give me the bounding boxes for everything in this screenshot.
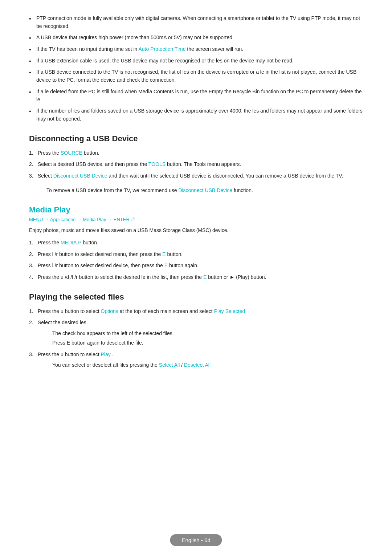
e-button-link-3[interactable]: E (203, 274, 207, 280)
playing-selected-title: Playing the selected files (29, 292, 363, 302)
step-num-3: 3. (29, 172, 33, 180)
menu-path-arrow1: → (77, 217, 83, 222)
play-step-2: 2. Select the desired les. The check box… (29, 319, 363, 347)
step1-pre: Press the (38, 150, 59, 156)
media-step-4: 4. Press the u /d /l /r button to select… (29, 273, 363, 281)
disconnect-note: To remove a USB device from the TV, we r… (29, 187, 363, 195)
play-step-3: 3. Press the u button to select Play . Y… (29, 351, 363, 369)
bullet-text-4: If a USB extension cable is used, the US… (36, 58, 294, 64)
bullet-text-3-post: the screen saver will run. (187, 46, 243, 52)
select-all-link[interactable]: Select All (159, 362, 180, 368)
media-step1-post: button. (83, 240, 98, 245)
media-p-link[interactable]: MEDIA.P (61, 240, 81, 245)
play-step2-text: Select the desired les. (38, 320, 88, 325)
disconnecting-usb-steps: 1. Press the SOURCE button. 2. Select a … (29, 149, 363, 180)
bullet-item-2: A USB device that requires high power (m… (29, 34, 363, 42)
bullet-text-5: If a USB device connected to the TV is n… (36, 69, 356, 83)
media-step-num-1: 1. (29, 239, 33, 247)
bullet-item-5: If a USB device connected to the TV is n… (29, 68, 363, 84)
bullet-text-1: PTP connection mode is fully available o… (36, 15, 360, 29)
note-pre: To remove a USB device from the TV, we r… (46, 187, 177, 193)
playing-selected-steps: 1. Press the u button to select Options … (29, 308, 363, 369)
source-button-link[interactable]: SOURCE (61, 150, 82, 156)
disconnect-step-2: 2. Select a desired USB device, and then… (29, 160, 363, 168)
bullet-item-6: If a le deleted from the PC is still fou… (29, 88, 363, 103)
applications-link[interactable]: Applications (50, 217, 75, 222)
media-play-steps: 1. Press the MEDIA.P button. 2. Press l … (29, 239, 363, 281)
media-step4-pre: Press the u /d /l /r button to select th… (38, 274, 202, 280)
play-link[interactable]: Play (101, 351, 111, 357)
bullet-text-6: If a le deleted from the PC is still fou… (36, 89, 362, 102)
media-play-title: Media Play (29, 205, 363, 215)
bullet-item-1: PTP connection mode is fully available o… (29, 15, 363, 30)
menu-path-arrow2: → (107, 217, 114, 222)
play-step-num-2: 2. (29, 319, 33, 327)
bullet-text-2: A USB device that requires high power (m… (36, 34, 234, 40)
step-num-1: 1. (29, 149, 33, 157)
media-play-intro: Enjoy photos, music and movie files save… (29, 227, 363, 235)
play-step-1: 1. Press the u button to select Options … (29, 308, 363, 316)
media-play-menu-path: MENU → Applications → Media Play → ENTER… (29, 217, 363, 222)
media-step2-post: button. (167, 251, 183, 257)
disconnect-step-1: 1. Press the SOURCE button. (29, 149, 363, 157)
bullet-text-3-pre: If the TV has been no input during time … (36, 46, 137, 52)
footer-label: English - 64 (181, 537, 210, 543)
play-step3-note-content: You can select or deselect all files pre… (38, 361, 363, 369)
step2-pre: Select a desired USB device, and then pr… (38, 161, 147, 167)
bullet-item-7: If the number of les and folders saved o… (29, 107, 363, 123)
step2-post: button. The Tools menu appears. (167, 161, 241, 167)
media-step4-post: button or ► (Play) button. (208, 274, 266, 280)
play-selected-link[interactable]: Play Selected (214, 308, 245, 314)
media-step-num-2: 2. (29, 251, 33, 259)
tools-button-link[interactable]: TOOLS (148, 161, 166, 167)
note-post: function. (234, 187, 253, 193)
deselect-all-link[interactable]: Deselect All (184, 362, 211, 368)
bullet-text-7: If the number of les and folders saved o… (36, 108, 363, 122)
play-step3-post: . (112, 351, 114, 357)
step3-pre: Select (38, 173, 52, 179)
media-step3-post: button again. (169, 263, 199, 268)
menu-path-text: MENU → (29, 217, 50, 222)
disconnecting-usb-title: Disconnecting a USB Device (29, 134, 363, 143)
media-step-1: 1. Press the MEDIA.P button. (29, 239, 363, 247)
note-sep: / (181, 362, 184, 368)
bullet-item-4: If a USB extension cable is used, the US… (29, 57, 363, 65)
media-step-num-4: 4. (29, 273, 33, 281)
note-pre-text: You can select or deselect all files pre… (52, 362, 158, 368)
media-play-link[interactable]: Media Play (83, 217, 106, 222)
step-num-2: 2. (29, 160, 33, 168)
step1-post: button. (84, 150, 99, 156)
play-step1-pre: Press the u button to select (38, 308, 101, 314)
media-step1-pre: Press the (38, 240, 59, 245)
play-step-num-3: 3. (29, 351, 33, 359)
top-bullet-list: PTP connection mode is fully available o… (29, 15, 363, 123)
step3-post: and then wait until the selected USB dev… (109, 173, 343, 179)
e-button-link-2[interactable]: E (164, 263, 168, 268)
options-link[interactable]: Options (101, 308, 118, 314)
enter-text: ENTER (114, 217, 130, 222)
play-step3-note: You can select or deselect all files pre… (38, 361, 363, 369)
play-step-num-1: 1. (29, 308, 33, 316)
media-step-2: 2. Press l /r button to select desired m… (29, 251, 363, 259)
auto-protection-time-link[interactable]: Auto Protection Time (138, 46, 185, 52)
play-step2-note1: The check box appears to the left of the… (38, 330, 363, 338)
media-step2-pre: Press l /r button to select desired menu… (38, 251, 161, 257)
media-step3-pre: Press l /r button to select desired devi… (38, 263, 163, 268)
disconnect-usb-device-note-link[interactable]: Disconnect USB Device (178, 187, 232, 193)
disconnect-step-3: 3. Select Disconnect USB Device and then… (29, 172, 363, 180)
disconnect-usb-device-link[interactable]: Disconnect USB Device (53, 173, 107, 179)
page-footer: English - 64 (170, 534, 222, 546)
media-step-3: 3. Press l /r button to select desired d… (29, 262, 363, 270)
play-step2-notes: The check box appears to the left of the… (38, 330, 363, 347)
play-step1-mid: at the top of each main screen and selec… (120, 308, 213, 314)
bullet-item-3: If the TV has been no input during time … (29, 45, 363, 53)
e-button-link-1[interactable]: E (162, 251, 166, 257)
media-step-num-3: 3. (29, 262, 33, 270)
enter-icon: ⏎ (131, 217, 135, 222)
play-step2-note2: Press E button again to deselect the fil… (38, 339, 363, 347)
play-step3-pre: Press the u button to select (38, 351, 101, 357)
page-container: PTP connection mode is fully available o… (0, 0, 392, 405)
